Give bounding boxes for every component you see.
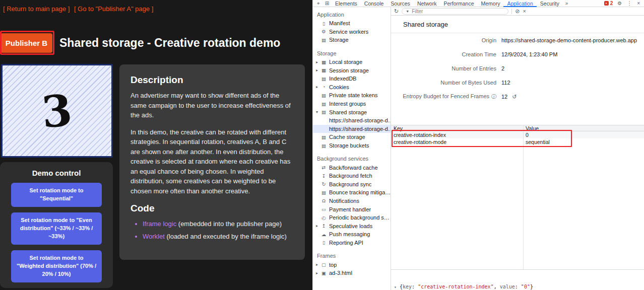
sidebar-item-local-storage[interactable]: ▸▦Local storage (313, 58, 391, 66)
sidebar-item-origin-2[interactable]: https://shared-storage-d… (313, 125, 391, 133)
section-title: Application (313, 10, 391, 19)
sidebar-item-notifications[interactable]: ΩNotifications (313, 197, 391, 205)
chevron-right-icon[interactable]: ▸ (316, 68, 320, 72)
info-icon[interactable]: ⓘ (491, 94, 496, 99)
rotation-mode-weighted-distribution-button[interactable]: Set rotation mode to "Weighted distribut… (11, 250, 102, 282)
more-tabs-chevron-icon[interactable]: » (563, 1, 571, 6)
toolbar-divider (511, 9, 512, 14)
kebab-menu-icon[interactable]: ⋮ (624, 0, 634, 7)
description-heading: Description (131, 75, 294, 86)
key-column-header[interactable]: Key (391, 125, 523, 131)
rotation-mode-even-distribution-button[interactable]: Set rotation mode to "Even distribution"… (11, 212, 102, 245)
sidebar-item-origin-1[interactable]: https://shared-storage-d… (313, 116, 391, 125)
section-title: Frames (313, 251, 391, 260)
tab-application[interactable]: Application (503, 0, 536, 7)
tab-console[interactable]: Console (361, 0, 388, 7)
inspect-icon[interactable]: ⌖ (314, 0, 323, 7)
download-arrow-icon: ↧ (320, 173, 327, 179)
device-toolbar-icon[interactable]: ⊞ (323, 0, 332, 7)
sidebar-item-shared-storage[interactable]: ▾▤Shared storage (313, 108, 391, 116)
reset-budget-icon[interactable]: ↺ (512, 94, 517, 100)
publisher-a-page-link[interactable]: [ Go to "Publisher A" page ] (74, 5, 153, 13)
error-count-badge[interactable]: ×2 (602, 1, 615, 6)
tab-elements[interactable]: Elements (332, 0, 361, 7)
sidebar-item-private-state-tokens[interactable]: ▤Private state tokens (313, 91, 391, 100)
filter-input[interactable]: ▼ Filter (402, 8, 508, 15)
devtools-body: Application ▯Manifest ⚙Service workers ▤… (313, 7, 644, 290)
sidebar-item-cookies[interactable]: ▸◔Cookies (313, 83, 391, 92)
publisher-b-button[interactable]: Publisher B (1, 33, 52, 53)
settings-gear-icon[interactable]: ⚙ (615, 0, 624, 7)
sidebar-item-storage-buckets[interactable]: ▤Storage buckets (313, 141, 391, 150)
rotation-mode-sequential-button[interactable]: Set rotation mode to "Sequential" (11, 183, 102, 207)
sidebar-item-speculative-loads[interactable]: ▸↥Speculative loads (313, 222, 391, 230)
field-label: Creation Time (391, 51, 496, 57)
sidebar-item-reporting-api[interactable]: ▯Reporting API (313, 239, 391, 247)
database-icon: ▤ (320, 143, 327, 149)
sidebar-item-background-fetch[interactable]: ↧Background fetch (313, 172, 391, 180)
sidebar-item-service-workers[interactable]: ⚙Service workers (313, 28, 391, 36)
frame-icon: ▢ (320, 262, 327, 267)
bell-icon: Ω (320, 198, 327, 203)
chevron-down-icon[interactable]: ▾ (316, 110, 320, 114)
sidebar-item-storage[interactable]: ▤Storage (313, 36, 391, 44)
database-icon: ▤ (320, 76, 327, 82)
swap-arrows-icon: ⇄ (320, 165, 327, 170)
worklet-link[interactable]: Worklet (143, 233, 165, 240)
sidebar-item-push-messaging[interactable]: ☁Push messaging (313, 230, 391, 239)
table-row[interactable]: creative-rotation-mode sequential (391, 138, 644, 146)
sidebar-item-bounce-tracking[interactable]: ▤Bounce tracking mitiga… (313, 188, 391, 197)
sidebar-item-frame-ad-3[interactable]: ▸▣ad-3.html (313, 269, 391, 277)
field-bytes-used: Number of Bytes Used 112 (391, 76, 644, 90)
sidebar-item-session-storage[interactable]: ▸▦Session storage (313, 66, 391, 75)
refresh-icon[interactable]: ↻ (394, 8, 399, 15)
sidebar-item-label: Interest groups (329, 101, 366, 107)
tab-performance[interactable]: Performance (440, 0, 477, 7)
chevron-right-icon[interactable]: ▸ (316, 60, 320, 64)
field-number-of-entries: Number of Entries 2 (391, 61, 644, 76)
top-nav: [ Return to main page ] [ Go to "Publish… (3, 5, 156, 13)
database-icon: ▤ (320, 37, 327, 43)
delete-all-icon[interactable]: ⊘ (515, 8, 520, 15)
tab-security[interactable]: Security (537, 0, 563, 7)
table-row[interactable]: creative-rotation-index 0 (391, 131, 644, 138)
return-main-page-link[interactable]: [ Return to main page ] (3, 5, 70, 13)
tab-network[interactable]: Network (414, 0, 440, 7)
storage-items-grid: Key Value creative-rotation-index 0 crea… (391, 125, 644, 269)
sidebar-item-frame-top[interactable]: ▸▢top (313, 260, 391, 269)
sidebar-item-label: Periodic background s… (329, 214, 390, 221)
table-icon: ▦ (320, 59, 327, 65)
iframe-logic-link[interactable]: Iframe logic (143, 220, 176, 228)
sidebar-item-indexeddb[interactable]: ▤IndexedDB (313, 75, 391, 83)
grid-column-divider[interactable] (523, 125, 524, 269)
sidebar-item-interest-groups[interactable]: ▤Interest groups (313, 100, 391, 108)
sidebar-item-manifest[interactable]: ▯Manifest (313, 19, 391, 28)
ad-creative-frame: 3 (1, 64, 113, 158)
error-count: 2 (610, 1, 613, 6)
sidebar-item-periodic-background-sync[interactable]: ◴Periodic background s… (313, 213, 391, 222)
sidebar-item-back-forward-cache[interactable]: ⇄Back/forward cache (313, 163, 391, 172)
pane-toolbar: ↻ ▼ Filter ⊘ × (391, 7, 644, 16)
chevron-right-icon[interactable]: ▸ (316, 262, 320, 267)
sidebar-item-background-sync[interactable]: ↻Background sync (313, 180, 391, 189)
bullet-text: (loaded and executed by the iframe logic… (165, 233, 287, 240)
field-value: 12/9/2024, 1:23:40 PM (501, 51, 557, 57)
value-column-header[interactable]: Value (523, 125, 644, 131)
chevron-right-icon[interactable]: ▸ (316, 271, 320, 275)
expand-arrow-icon[interactable]: ▾ (394, 284, 400, 290)
chevron-right-icon[interactable]: ▸ (316, 85, 320, 89)
cloud-icon: ☁ (320, 232, 327, 237)
grid-header: Key Value (391, 125, 644, 131)
field-value: https://shared-storage-demo-content-prod… (501, 37, 637, 43)
tab-memory[interactable]: Memory (478, 0, 504, 7)
close-small-icon[interactable]: × (523, 8, 526, 14)
sidebar-item-cache-storage[interactable]: ▤Cache storage (313, 133, 391, 141)
chevron-right-icon[interactable]: ▸ (316, 224, 320, 228)
sidebar-item-label: Reporting API (329, 240, 363, 246)
document-icon: ▯ (320, 240, 327, 245)
devtools-close-icon[interactable]: × (634, 0, 642, 7)
gear-icon: ⚙ (320, 29, 327, 34)
sidebar-item-payment-handler[interactable]: ▭Payment handler (313, 205, 391, 213)
tab-sources[interactable]: Sources (387, 0, 414, 7)
sidebar-item-label: Push messaging (329, 231, 370, 237)
